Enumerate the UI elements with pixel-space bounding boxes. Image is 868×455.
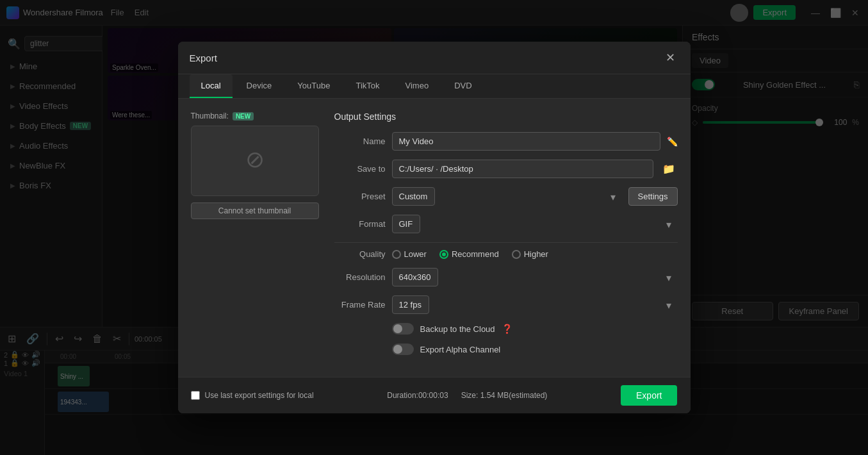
backup-row: Backup to the Cloud ❓: [334, 323, 678, 335]
help-icon[interactable]: ❓: [502, 324, 512, 334]
tab-device[interactable]: Device: [235, 74, 284, 98]
quality-higher-label: Higher: [524, 249, 548, 259]
tab-local[interactable]: Local: [190, 74, 233, 98]
preset-label: Preset: [334, 192, 386, 201]
use-last-label: Use last export settings for local: [205, 391, 314, 400]
modal-overlay: Export ✕ Local Device YouTube TikTok Vim…: [0, 0, 868, 455]
export-button[interactable]: Export: [621, 385, 677, 406]
name-input[interactable]: [392, 132, 660, 151]
duration-stat: Duration:00:00:03: [387, 391, 448, 400]
backup-toggle[interactable]: [392, 323, 414, 335]
quality-options: Lower Recommend Higher: [392, 249, 548, 259]
resolution-select[interactable]: 640x360: [392, 268, 438, 286]
name-row: Name ✏️: [334, 132, 678, 151]
thumbnail-box: ⊘: [191, 126, 319, 196]
frame-rate-select[interactable]: 12 fps: [392, 295, 429, 314]
name-label: Name: [334, 136, 386, 146]
export-alpha-label: Export Alpha Channel: [420, 345, 501, 354]
resolution-row: Resolution 640x360: [334, 268, 678, 286]
ai-edit-icon[interactable]: ✏️: [667, 136, 678, 147]
export-alpha-toggle[interactable]: [392, 343, 414, 355]
tab-tiktok[interactable]: TikTok: [344, 74, 391, 98]
output-title: Output Settings: [334, 112, 678, 122]
size-stat: Size: 1.54 MB(estimated): [461, 391, 548, 400]
browse-folder-button[interactable]: 📁: [660, 160, 678, 178]
settings-button[interactable]: Settings: [628, 187, 678, 206]
resolution-select-wrapper: 640x360: [392, 268, 678, 286]
frame-rate-row: Frame Rate 12 fps: [334, 295, 678, 314]
modal-footer: Use last export settings for local Durat…: [178, 377, 691, 413]
format-select[interactable]: GIF: [392, 215, 420, 233]
footer-center: Duration:00:00:03 Size: 1.54 MB(estimate…: [387, 391, 547, 400]
preset-row: Preset Custom Settings: [334, 187, 678, 206]
thumbnail-panel: Thumbnail: NEW ⊘ Cannot set thumbnail: [191, 112, 319, 364]
tab-vimeo[interactable]: Vimeo: [394, 74, 441, 98]
export-alpha-row: Export Alpha Channel: [334, 343, 678, 355]
save-to-input[interactable]: [392, 160, 653, 178]
quality-higher[interactable]: Higher: [512, 249, 548, 259]
modal-title: Export: [190, 53, 217, 63]
quality-recommend[interactable]: Recommend: [439, 249, 499, 259]
quality-lower-label: Lower: [404, 249, 427, 259]
radio-higher[interactable]: [512, 250, 521, 259]
quality-row: Quality Lower Recommend Higher: [334, 249, 678, 259]
divider: [334, 242, 678, 243]
format-label: Format: [334, 219, 386, 229]
thumbnail-label: Thumbnail: NEW: [191, 112, 319, 120]
export-modal: Export ✕ Local Device YouTube TikTok Vim…: [178, 42, 691, 413]
quality-lower[interactable]: Lower: [392, 249, 427, 259]
preset-select-wrapper: Custom: [392, 187, 622, 206]
preset-select[interactable]: Custom: [392, 187, 435, 206]
radio-lower[interactable]: [392, 250, 401, 259]
use-last-checkbox[interactable]: [191, 391, 200, 400]
modal-close-button[interactable]: ✕: [662, 49, 679, 66]
modal-header: Export ✕: [178, 42, 691, 74]
format-row: Format GIF: [334, 215, 678, 233]
frame-rate-select-wrapper: 12 fps: [392, 295, 678, 314]
thumbnail-new-badge: NEW: [233, 112, 254, 120]
thumbnail-text: Thumbnail:: [191, 112, 229, 120]
modal-tabs: Local Device YouTube TikTok Vimeo DVD: [178, 74, 691, 99]
frame-rate-label: Frame Rate: [334, 300, 386, 310]
quality-label: Quality: [334, 249, 386, 259]
backup-label: Backup to the Cloud: [420, 324, 495, 334]
tab-dvd[interactable]: DVD: [443, 74, 483, 98]
cannot-set-button[interactable]: Cannot set thumbnail: [191, 203, 319, 219]
tab-youtube[interactable]: YouTube: [286, 74, 341, 98]
quality-recommend-label: Recommend: [452, 249, 499, 259]
resolution-label: Resolution: [334, 272, 386, 282]
save-to-label: Save to: [334, 164, 386, 174]
cannot-set-label: Cannot set thumbnail: [191, 203, 319, 219]
save-to-row: Save to 📁: [334, 160, 678, 178]
radio-recommend[interactable]: [439, 250, 448, 259]
no-thumbnail-icon: ⊘: [245, 146, 265, 173]
footer-left: Use last export settings for local: [191, 391, 314, 400]
modal-body: Thumbnail: NEW ⊘ Cannot set thumbnail Ou…: [178, 99, 691, 377]
output-settings: Output Settings Name ✏️ Save to 📁 Preset: [334, 112, 678, 364]
format-select-wrapper: GIF: [392, 215, 678, 233]
